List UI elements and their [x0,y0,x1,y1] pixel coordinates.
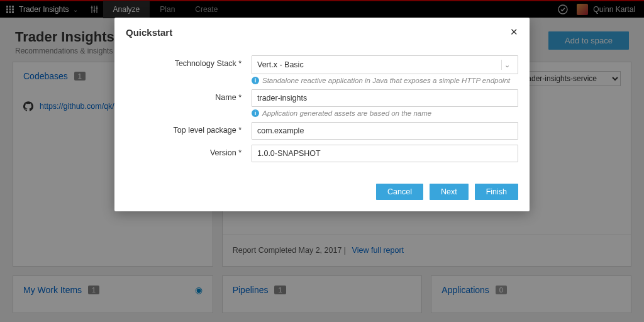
chevron-down-icon: ⌄ [501,60,513,70]
package-label: Top level package [126,122,252,135]
tech-stack-select[interactable]: Vert.x - Basic ⌄ [252,55,518,74]
modal-title: Quickstart [126,27,172,38]
name-help: i Application generated assets are based… [252,109,518,117]
tech-stack-value: Vert.x - Basic [257,60,304,69]
version-input[interactable] [252,145,518,162]
version-label: Version [126,145,252,157]
name-label: Name [126,89,252,102]
cancel-button[interactable]: Cancel [376,184,423,200]
modal-overlay[interactable]: Quickstart ✕ Technology Stack Vert.x - B… [0,0,644,322]
name-input[interactable] [252,89,518,107]
tech-stack-help: i Standalone reactive application in Jav… [252,77,518,84]
tech-stack-label: Technology Stack [126,55,252,68]
quickstart-modal: Quickstart ✕ Technology Stack Vert.x - B… [114,18,530,211]
info-icon: i [252,109,259,117]
close-icon[interactable]: ✕ [510,26,518,38]
info-icon: i [252,77,259,84]
next-button[interactable]: Next [430,184,469,200]
package-input[interactable] [252,122,518,140]
finish-button[interactable]: Finish [475,184,518,200]
